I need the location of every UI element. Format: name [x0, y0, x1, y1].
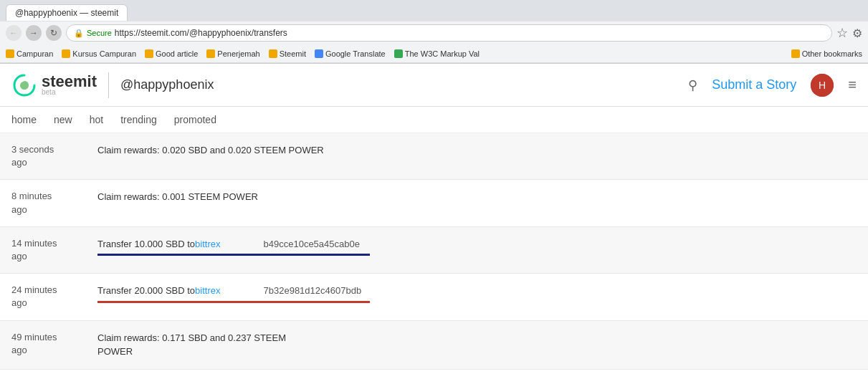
bookmark-label: Kursus Campuran [72, 49, 136, 58]
desc-cell: Claim rewards: 0.171 SBD and 0.237 STEEM… [97, 331, 857, 359]
table-row: 8 minutesago Claim rewards: 0.001 STEEM … [0, 180, 868, 226]
forward-button[interactable]: → [26, 25, 42, 41]
site-header: steemit beta @happyphoenix ⚲ Submit a St… [0, 64, 868, 107]
nav-trending[interactable]: trending [120, 114, 157, 125]
bookmark-folder-icon [206, 49, 215, 58]
memo-text: b49cce10ce5a45cab0e [264, 237, 360, 251]
bookmark-campuran[interactable]: Campuran [6, 49, 53, 58]
svg-text:H: H [819, 80, 826, 91]
transfer-desc-text: Transfer 20.000 SBD to [97, 284, 195, 298]
back-button[interactable]: ← [6, 25, 22, 41]
submit-story-button[interactable]: Submit a Story [712, 77, 796, 92]
bookmark-google-translate[interactable]: Google Translate [315, 49, 386, 58]
time-cell: 24 minutesago [11, 284, 97, 310]
time-cell: 8 minutesago [11, 190, 97, 216]
desc-cell: Claim rewards: 0.001 STEEM POWER [97, 190, 857, 204]
bookmarks-bar: Campuran Kursus Campuran Good article Pe… [0, 44, 868, 63]
bittrex-link[interactable]: bittrex [195, 284, 220, 298]
active-tab[interactable]: @happyphoenix — steemit [6, 4, 128, 21]
url-text: https://steemit.com/@happyphoenix/transf… [115, 28, 287, 38]
username-display: @happyphoenix [120, 77, 214, 92]
bookmark-kursus[interactable]: Kursus Campuran [62, 49, 136, 58]
user-avatar[interactable]: H [811, 74, 834, 97]
bookmark-label: Penerjemah [217, 49, 259, 58]
bookmark-good-article[interactable]: Good article [145, 49, 198, 58]
bookmark-label: Campuran [16, 49, 53, 58]
refresh-button[interactable]: ↻ [46, 25, 62, 41]
site-name: steemit [42, 74, 97, 90]
nav-hot[interactable]: hot [90, 114, 103, 125]
desc-cell: Transfer 10.000 SBD to bittrex b49cce10c… [97, 237, 857, 256]
bookmark-folder-icon [62, 49, 70, 58]
desc-cell: Claim rewards: 0.020 SBD and 0.020 STEEM… [97, 143, 857, 158]
transfers-content: 3 secondsago Claim rewards: 0.020 SBD an… [0, 133, 868, 370]
bookmark-folder-icon [269, 49, 277, 58]
bookmark-steemit[interactable]: Steemit [269, 49, 306, 58]
bookmark-folder-icon [6, 49, 14, 58]
bookmark-other[interactable]: Other bookmarks [791, 49, 862, 58]
bookmark-folder-icon [145, 49, 153, 58]
bittrex-link[interactable]: bittrex [195, 237, 220, 251]
avatar-icon: H [811, 74, 834, 97]
time-cell: 3 secondsago [11, 143, 97, 169]
memo-text: 7b32e981d12c4607bdb [264, 284, 362, 298]
header-divider [108, 72, 109, 98]
table-row: 24 minutesago Transfer 20.000 SBD to bit… [0, 274, 868, 320]
table-row: 3 secondsago Claim rewards: 0.020 SBD an… [0, 133, 868, 180]
extensions-icon[interactable]: ⚙ [852, 27, 862, 40]
star-icon[interactable]: ☆ [836, 25, 848, 41]
table-row: 49 minutesago Claim rewards: 0.171 SBD a… [0, 321, 868, 370]
table-row: 14 minutesago Transfer 10.000 SBD to bit… [0, 227, 868, 274]
address-bar[interactable]: 🔒 Secure https://steemit.com/@happyphoen… [66, 24, 832, 42]
tab-bar: @happyphoenix — steemit [0, 0, 868, 21]
secure-icon: 🔒 [74, 29, 84, 38]
bookmark-site-icon [315, 49, 323, 58]
desc-cell: Transfer 20.000 SBD to bittrex 7b32e981d… [97, 284, 857, 303]
bookmark-folder-icon [791, 49, 800, 58]
time-cell: 49 minutesago [11, 331, 97, 357]
hamburger-menu-button[interactable]: ≡ [848, 77, 857, 93]
bookmark-label: Other bookmarks [802, 49, 862, 58]
secure-label: Secure [87, 29, 112, 37]
bookmark-label: Steemit [280, 49, 306, 58]
logo-text-area: steemit beta [42, 74, 97, 96]
bookmark-site-icon [394, 49, 403, 58]
blue-progress-indicator [97, 254, 370, 256]
red-progress-indicator [97, 301, 370, 303]
browser-chrome: @happyphoenix — steemit ← → ↻ 🔒 Secure h… [0, 0, 868, 64]
bookmark-label: Google Translate [325, 49, 386, 58]
site-nav: home new hot trending promoted [0, 107, 868, 133]
steemit-logo-icon [11, 72, 37, 98]
browser-controls: ← → ↻ 🔒 Secure https://steemit.com/@happ… [0, 21, 868, 44]
transfer-progress-bar [97, 254, 370, 256]
nav-new[interactable]: new [54, 114, 72, 125]
nav-home[interactable]: home [11, 114, 37, 125]
transfer-desc-text: Transfer 10.000 SBD to [97, 237, 195, 251]
transfer-progress-bar [97, 301, 370, 303]
bookmark-label: The W3C Markup Val [405, 49, 480, 58]
nav-promoted[interactable]: promoted [174, 114, 216, 125]
search-button[interactable]: ⚲ [688, 77, 697, 93]
time-cell: 14 minutesago [11, 237, 97, 263]
bookmark-penerjemah[interactable]: Penerjemah [206, 49, 259, 58]
bookmark-w3c[interactable]: The W3C Markup Val [394, 49, 480, 58]
logo-area[interactable]: steemit beta [11, 72, 97, 98]
header-right: ⚲ Submit a Story H ≡ [688, 74, 857, 97]
bookmark-label: Good article [156, 49, 198, 58]
